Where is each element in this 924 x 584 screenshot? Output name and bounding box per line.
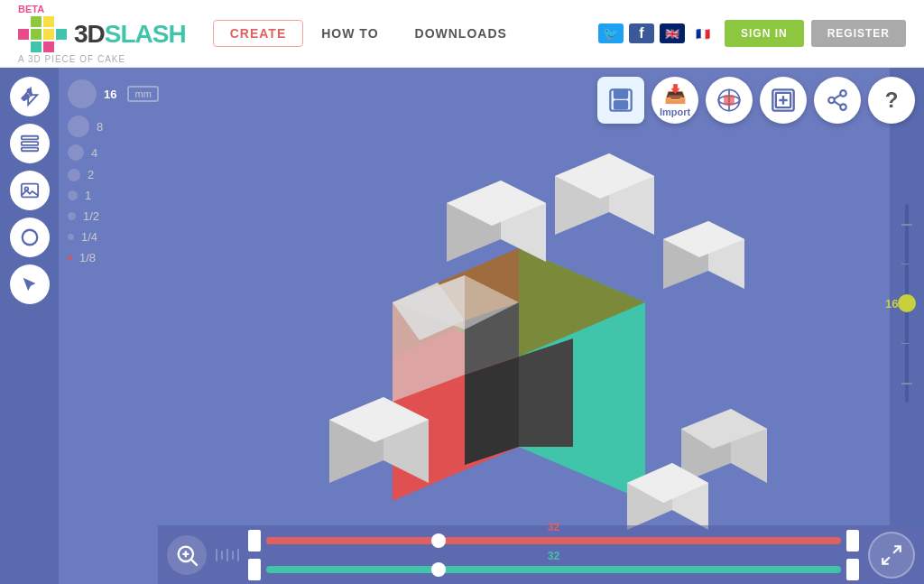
teal-slider-right-end[interactable] xyxy=(846,559,859,580)
svg-rect-9 xyxy=(614,89,627,97)
svg-rect-4 xyxy=(21,148,37,152)
svg-marker-28 xyxy=(519,338,573,447)
size-16[interactable]: 16 mm xyxy=(59,77,158,111)
france-flag-icon[interactable]: 🇫🇷 xyxy=(690,23,716,43)
svg-line-54 xyxy=(893,546,901,553)
layers-tool[interactable] xyxy=(10,124,50,163)
logo-text: 3DSLASH xyxy=(74,20,186,49)
nav: CREATE HOW TO DOWNLOADS xyxy=(213,19,525,48)
logo-area: BETA 3DSLASH A xyxy=(18,4,186,64)
size-1[interactable]: 1 xyxy=(59,186,158,205)
nav-howto[interactable]: HOW TO xyxy=(303,19,396,48)
bottom-toolbar: 32 32 xyxy=(158,525,924,584)
svg-line-55 xyxy=(882,557,890,564)
pink-slider-right-end[interactable] xyxy=(846,530,859,552)
size-half-label: 1/2 xyxy=(83,209,99,223)
svg-rect-2 xyxy=(21,136,37,140)
logo-3d: 3D xyxy=(74,20,105,48)
beta-label: BETA xyxy=(18,4,44,14)
social-icons: 🐦 f 🇬🇧 🇫🇷 xyxy=(598,23,716,43)
register-button[interactable]: REGISTER xyxy=(811,20,906,47)
expand-button[interactable] xyxy=(868,532,915,579)
3d-scene xyxy=(212,122,844,555)
size-4-label: 4 xyxy=(91,146,97,160)
size-quarter[interactable]: 1/4 xyxy=(59,227,158,246)
svg-rect-10 xyxy=(614,101,627,108)
svg-line-20 xyxy=(834,95,840,99)
mm-badge: mm xyxy=(127,86,158,102)
teal-slider-value: 32 xyxy=(548,550,559,562)
auth-buttons: SIGN IN REGISTER xyxy=(725,20,906,47)
size-8-label: 8 xyxy=(97,120,103,134)
pink-slider-value: 32 xyxy=(548,521,559,533)
svg-line-21 xyxy=(834,101,840,106)
ruler-mid-label: 16 xyxy=(885,297,898,311)
logo-image: 3DSLASH xyxy=(18,16,186,52)
size-16-label: 16 xyxy=(104,88,116,101)
help-button[interactable]: ? xyxy=(868,77,915,124)
tagline: A 3D PIECE OF CAKE xyxy=(18,54,125,64)
pink-slider-handle[interactable] xyxy=(431,533,446,548)
facebook-icon[interactable]: f xyxy=(629,23,654,43)
uk-flag-icon[interactable]: 🇬🇧 xyxy=(660,23,685,43)
ruler-handle[interactable] xyxy=(898,294,916,312)
size-half[interactable]: 1/2 xyxy=(59,207,158,226)
3d-view-button[interactable] xyxy=(706,77,753,124)
circle-tool[interactable] xyxy=(10,218,50,257)
logo-blocks xyxy=(18,16,67,52)
teal-slider-handle[interactable] xyxy=(431,562,446,577)
size-quarter-label: 1/4 xyxy=(81,230,97,244)
save-button[interactable] xyxy=(597,77,644,124)
header: BETA 3DSLASH A xyxy=(0,0,924,68)
svg-line-51 xyxy=(191,559,198,565)
share-button[interactable] xyxy=(814,77,861,124)
top-toolbar: 📥 Import ? xyxy=(597,77,915,124)
nav-downloads[interactable]: DOWNLOADS xyxy=(397,19,525,48)
svg-rect-3 xyxy=(21,142,37,145)
pink-slider-row: 32 xyxy=(248,530,859,552)
size-panel: 16 mm 8 4 2 1 1/2 1/4 1/8 xyxy=(59,68,158,584)
size-1-label: 1 xyxy=(85,189,91,202)
ruler-track xyxy=(905,204,909,403)
svg-point-7 xyxy=(22,230,37,246)
svg-rect-5 xyxy=(21,184,37,198)
left-toolbar xyxy=(0,68,59,584)
teal-slider-left-end[interactable] xyxy=(248,559,261,580)
size-4[interactable]: 4 xyxy=(59,142,158,163)
import-button[interactable]: 📥 Import xyxy=(651,77,698,124)
pink-slider-left-end[interactable] xyxy=(248,530,261,552)
svg-marker-26 xyxy=(465,357,519,465)
right-ruler: 16 16 xyxy=(890,68,924,525)
viewport[interactable]: 📥 Import ? 16 xyxy=(158,68,924,584)
size-eighth[interactable]: 1/8 xyxy=(59,248,158,267)
zoom-button[interactable] xyxy=(167,535,207,575)
size-2-label: 2 xyxy=(88,168,94,181)
logo-slash: SLASH xyxy=(105,20,186,48)
signin-button[interactable]: SIGN IN xyxy=(725,20,804,47)
import-icon: 📥 xyxy=(664,83,687,105)
hammer-tool[interactable] xyxy=(10,77,50,116)
size-eighth-label: 1/8 xyxy=(79,251,96,264)
size-2[interactable]: 2 xyxy=(59,165,158,184)
svg-rect-14 xyxy=(724,95,735,106)
zoom-slider[interactable] xyxy=(216,549,239,561)
twitter-icon[interactable]: 🐦 xyxy=(598,23,624,43)
import-label: Import xyxy=(660,107,690,117)
cursor-tool[interactable] xyxy=(10,264,50,304)
nav-create[interactable]: CREATE xyxy=(213,20,304,47)
pink-slider-track[interactable]: 32 xyxy=(266,537,841,544)
size-8[interactable]: 8 xyxy=(59,113,158,140)
teal-slider-track[interactable]: 32 xyxy=(266,566,841,573)
horizontal-sliders: 32 32 xyxy=(248,530,859,580)
export-button[interactable] xyxy=(760,77,807,124)
main-area: 16 mm 8 4 2 1 1/2 1/4 1/8 xyxy=(0,68,924,584)
teal-slider-row: 32 xyxy=(248,559,859,580)
image-tool[interactable] xyxy=(10,171,50,210)
